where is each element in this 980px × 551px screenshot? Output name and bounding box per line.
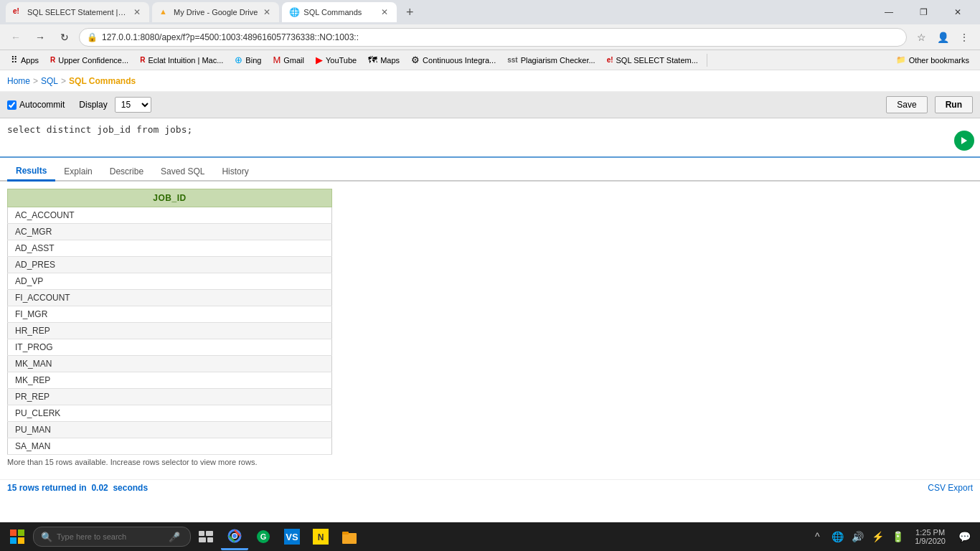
save-button[interactable]: Save: [886, 96, 927, 113]
svg-rect-7: [207, 537, 213, 542]
bookmark-sql-select-label: SQL SELECT Statem...: [616, 56, 698, 65]
bookmark-plagiarism-label: Plagiarism Checker...: [521, 56, 595, 65]
taskbar-task-view[interactable]: [192, 523, 220, 550]
autocommit-checkbox[interactable]: [7, 100, 17, 110]
tab-history[interactable]: History: [213, 163, 257, 182]
svg-rect-3: [18, 537, 24, 544]
notification-button[interactable]: 💬: [954, 523, 974, 550]
tab-close-1[interactable]: ✕: [132, 6, 142, 19]
bookmark-bing[interactable]: ⊕ Bing: [230, 52, 266, 67]
bookmark-other-label: Other bookmarks: [909, 56, 969, 65]
status-rows-label: 15 rows returned in: [7, 483, 87, 493]
systray-bluetooth-icon[interactable]: ⚡: [869, 523, 886, 550]
forward-button[interactable]: →: [30, 27, 50, 47]
taskbar-search[interactable]: 🔍 🎤: [33, 527, 191, 547]
table-row: PU_CLERK: [8, 405, 332, 422]
breadcrumb-sql[interactable]: SQL: [41, 76, 58, 86]
close-button[interactable]: ✕: [941, 2, 974, 22]
csv-export-link[interactable]: CSV Export: [928, 483, 973, 493]
taskbar-app-yellow[interactable]: N: [307, 523, 334, 550]
systray-show-hidden[interactable]: ^: [809, 523, 826, 550]
search-input[interactable]: [57, 532, 164, 541]
svg-rect-4: [199, 531, 204, 536]
breadcrumb-home[interactable]: Home: [7, 76, 30, 86]
microphone-icon[interactable]: 🎤: [169, 532, 180, 542]
bookmark-plagiarism[interactable]: sst Plagiarism Checker...: [502, 54, 600, 67]
svg-rect-19: [342, 533, 357, 544]
table-row: IT_PROG: [8, 339, 332, 356]
autocommit-label: Autocommit: [7, 100, 65, 110]
bookmark-eclat[interactable]: R Eclat Intuition | Mac...: [135, 54, 228, 67]
clock-date: 1/9/2020: [915, 537, 946, 545]
apps-grid-icon: ⠿: [11, 55, 18, 65]
back-button[interactable]: ←: [6, 27, 26, 47]
tab-close-2[interactable]: ✕: [262, 6, 272, 19]
sql-toolbar: Autocommit Display 15 10 25 50 100 Save …: [0, 92, 980, 118]
bookmark-sql-select[interactable]: e! SQL SELECT Statem...: [602, 54, 703, 67]
more-rows-text: More than 15 rows available. Increase ro…: [7, 458, 257, 466]
tab-sql-commands[interactable]: 🌐 SQL Commands ✕: [282, 2, 397, 22]
tab-label-1: SQL SELECT Statement | SQL SEL...: [27, 8, 128, 17]
svg-rect-2: [10, 537, 17, 544]
tab-results[interactable]: Results: [7, 162, 55, 182]
bookmark-youtube[interactable]: ▶ YouTube: [311, 52, 362, 67]
maximize-button[interactable]: ❐: [907, 2, 940, 22]
table-row: AC_ACCOUNT: [8, 207, 332, 224]
systray-speaker-icon[interactable]: 🔊: [849, 523, 866, 550]
minimize-button[interactable]: —: [872, 2, 905, 22]
search-icon: 🔍: [41, 532, 52, 542]
display-select[interactable]: 15 10 25 50 100: [115, 97, 151, 113]
bookmark-gmail[interactable]: M Gmail: [268, 52, 309, 67]
tab-saved-sql[interactable]: Saved SQL: [152, 163, 213, 182]
table-row: PR_REP: [8, 389, 332, 405]
results-table: JOB_ID AC_ACCOUNTAC_MGRAD_ASSTAD_PRESAD_…: [7, 189, 332, 455]
tab-describe[interactable]: Describe: [101, 163, 152, 182]
taskbar-chrome[interactable]: [221, 523, 248, 550]
bookmark-eclat-label: Eclat Intuition | Mac...: [148, 56, 223, 65]
taskbar-app-green[interactable]: G: [250, 523, 277, 550]
systray-network-icon[interactable]: 🌐: [829, 523, 846, 550]
plagiarism-icon: sst: [507, 56, 517, 64]
sql-editor[interactable]: select distinct job_id from jobs;: [0, 118, 980, 158]
new-tab-button[interactable]: +: [400, 2, 420, 22]
status-rows-text: 15 rows returned in 0.02 seconds: [7, 483, 148, 493]
svg-text:N: N: [318, 532, 324, 542]
systray-battery-icon[interactable]: 🔋: [889, 523, 906, 550]
taskbar-app-code[interactable]: VS: [278, 523, 306, 550]
table-row: AD_ASST: [8, 240, 332, 257]
table-row: MK_REP: [8, 372, 332, 389]
tab-favicon-1: e!: [13, 7, 23, 17]
bookmark-star-icon[interactable]: ☆: [911, 27, 931, 47]
tab-label-2: My Drive - Google Drive: [174, 8, 258, 17]
youtube-icon: ▶: [316, 55, 323, 65]
table-row: HR_REP: [8, 323, 332, 339]
bookmark-apps[interactable]: ⠿ Apps: [6, 52, 44, 67]
svg-rect-20: [342, 532, 349, 534]
run-button[interactable]: Run: [935, 96, 973, 113]
table-row: AD_PRES: [8, 257, 332, 273]
bookmark-other[interactable]: 📁 Other bookmarks: [891, 53, 974, 67]
bookmark-upper-confidence[interactable]: R Upper Confidence...: [45, 54, 133, 67]
tab-sql-select[interactable]: e! SQL SELECT Statement | SQL SEL... ✕: [6, 2, 149, 22]
bookmark-bing-label: Bing: [245, 56, 261, 65]
system-clock[interactable]: 1:25 PM 1/9/2020: [909, 523, 951, 550]
tab-google-drive[interactable]: ▲ My Drive - Google Drive ✕: [152, 2, 279, 22]
tab-explain[interactable]: Explain: [55, 163, 100, 182]
address-bar[interactable]: 🔒 127.0.0.1:8080/apex/f?p=4500:1003:4896…: [79, 28, 907, 47]
clock-time: 1:25 PM: [915, 528, 945, 537]
page-content: Home > SQL > SQL Commands Autocommit Dis…: [0, 70, 980, 529]
breadcrumb: Home > SQL > SQL Commands: [0, 70, 980, 92]
menu-icon[interactable]: ⋮: [954, 27, 974, 47]
taskbar-file-explorer[interactable]: [336, 523, 363, 550]
table-row: FI_MGR: [8, 306, 332, 323]
tab-close-3[interactable]: ✕: [380, 6, 390, 19]
start-button[interactable]: [3, 523, 32, 550]
refresh-button[interactable]: ↻: [55, 27, 75, 47]
bookmark-maps[interactable]: 🗺 Maps: [363, 52, 405, 67]
ci-icon: ⚙: [411, 55, 420, 65]
sql-run-icon[interactable]: [954, 131, 974, 151]
autocommit-text: Autocommit: [19, 100, 65, 110]
bookmark-ci[interactable]: ⚙ Continuous Integra...: [406, 52, 501, 67]
column-header-job-id: JOB_ID: [8, 189, 332, 207]
profile-icon[interactable]: 👤: [933, 27, 953, 47]
